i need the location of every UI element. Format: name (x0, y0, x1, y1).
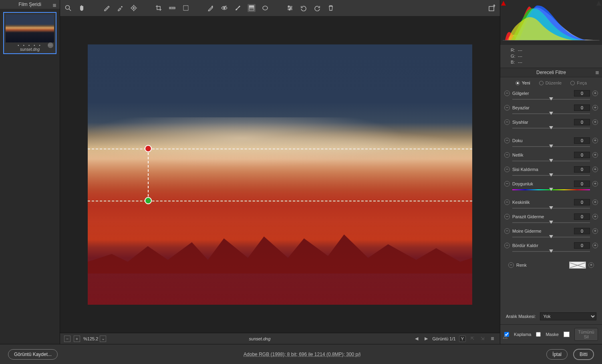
slider-netlik-plus[interactable]: + (592, 152, 598, 158)
slider-keskinlik-track[interactable] (512, 206, 590, 210)
slider-parazit-minus[interactable]: − (504, 214, 510, 219)
slider-netlik-track[interactable] (512, 159, 590, 163)
slider-bordur-value[interactable] (574, 242, 590, 249)
slider-keskinlik-value[interactable] (574, 199, 590, 205)
slider-keskinlik-minus[interactable]: − (504, 199, 510, 205)
crop-icon[interactable] (155, 4, 163, 12)
eyedropper-plus-icon[interactable] (116, 4, 124, 12)
target-adjust-icon[interactable] (130, 4, 138, 12)
slider-siyahlar-value[interactable] (574, 119, 590, 125)
slider-doku-plus[interactable]: + (592, 138, 598, 143)
mask-checkbox[interactable] (536, 332, 541, 337)
export-icon[interactable] (488, 4, 496, 12)
save-image-button[interactable]: Görüntü Kaydet... (8, 349, 58, 360)
slider-netlik-value[interactable] (574, 152, 590, 158)
rotate-cw-icon[interactable] (313, 4, 321, 12)
slider-beyazlar-track[interactable] (512, 112, 590, 116)
spot-heal-icon[interactable] (207, 4, 215, 12)
gradient-pin-end[interactable] (145, 197, 152, 204)
rotate-ccw-icon[interactable] (300, 4, 308, 12)
image-info[interactable]: Adobe RGB (1998); 8 bit; 696 ile 1214 (0… (63, 352, 541, 357)
color-plus[interactable]: + (588, 262, 594, 268)
gradient-connector[interactable] (148, 149, 149, 201)
histogram[interactable] (500, 0, 602, 45)
redeye-icon[interactable] (220, 4, 228, 12)
slider-golgeler-plus[interactable]: + (592, 90, 598, 96)
slider-sisi-track[interactable] (512, 173, 590, 177)
compare-toggle[interactable]: Y (459, 336, 466, 342)
slider-bordur-plus[interactable]: + (592, 243, 598, 248)
slider-doygunluk-plus[interactable]: + (592, 181, 598, 187)
slider-doygunluk-minus[interactable]: − (504, 181, 510, 187)
slider-keskinlik-plus[interactable]: + (592, 199, 598, 205)
straighten-icon[interactable] (168, 4, 176, 12)
slider-doygunluk-track[interactable] (512, 188, 590, 192)
slider-sisi-minus[interactable]: − (504, 167, 510, 172)
slider-sisi-value[interactable] (574, 166, 590, 173)
color-swatch[interactable] (569, 261, 586, 269)
slider-moire-value[interactable] (574, 228, 590, 234)
graduated-filter-icon[interactable] (248, 4, 256, 12)
mode-edit[interactable]: Düzenle (539, 80, 562, 85)
slider-doku-track[interactable] (512, 145, 590, 149)
zoom-tool-icon[interactable] (64, 4, 72, 12)
image-canvas[interactable] (88, 44, 472, 305)
filmstrip-menu-icon[interactable] (52, 2, 57, 6)
cancel-button[interactable]: İptal (546, 349, 568, 360)
slider-doygunluk-value[interactable] (574, 181, 590, 187)
slider-moire-minus[interactable]: − (504, 228, 510, 234)
panel-menu-icon[interactable] (595, 70, 600, 74)
canvas-area[interactable]: ⚠ (60, 16, 500, 333)
slider-golgeler-track[interactable] (512, 97, 590, 101)
slider-bordur-minus[interactable]: − (504, 243, 510, 248)
zoom-in-button[interactable]: + (74, 336, 80, 342)
slider-moire-track[interactable] (512, 235, 590, 239)
warning-icon[interactable]: ⚠ (503, 334, 508, 340)
brush-icon[interactable] (234, 4, 242, 12)
slider-beyazlar-minus[interactable]: − (504, 105, 510, 111)
transform-icon[interactable] (182, 4, 190, 12)
slider-parazit-track[interactable] (512, 221, 590, 225)
zoom-out-button[interactable]: − (64, 336, 70, 342)
slider-siyahlar-plus[interactable]: + (592, 119, 598, 125)
hand-tool-icon[interactable] (78, 4, 86, 12)
slider-parazit-value[interactable] (574, 213, 590, 220)
slider-siyahlar-track[interactable] (512, 126, 590, 130)
mask-color-swatch[interactable] (564, 332, 570, 337)
g-value: --- (518, 54, 522, 58)
color-minus[interactable]: − (508, 262, 514, 268)
footer-settings-icon[interactable]: ≣ (489, 336, 496, 341)
delete-all-button[interactable]: Tümünü Sil (574, 328, 598, 341)
eyedropper-icon[interactable] (103, 4, 111, 12)
slider-beyazlar-plus[interactable]: + (592, 105, 598, 111)
thumb-rating-dots[interactable]: ● ● ● ● ●⋯ (6, 42, 54, 47)
filmstrip-thumb[interactable]: ● ● ● ● ●⋯ sunset.dng (3, 12, 56, 54)
slider-golgeler-minus[interactable]: − (504, 90, 510, 96)
slider-siyahlar-minus[interactable]: − (504, 119, 510, 125)
presets-icon[interactable] (286, 4, 294, 12)
zoom-dropdown-icon[interactable]: ⌄ (100, 336, 106, 342)
mode-brush[interactable]: Fırça (570, 80, 587, 85)
prev-image-button[interactable]: ◀ (413, 336, 420, 341)
slider-bordur-track[interactable] (512, 249, 590, 253)
range-mask-select[interactable]: Yok (540, 312, 596, 320)
thumb-settings-badge[interactable]: ⋯ (48, 42, 53, 48)
slider-moire-plus[interactable]: + (592, 228, 598, 234)
slider-netlik-minus[interactable]: − (504, 152, 510, 158)
slider-sisi-plus[interactable]: + (592, 167, 598, 172)
zoom-level[interactable]: %125.2 ⌄ (83, 336, 106, 342)
mode-new[interactable]: Yeni (515, 80, 530, 85)
trash-icon[interactable] (327, 4, 335, 12)
footer-btn-2[interactable]: ⇲ (479, 336, 486, 341)
next-image-button[interactable]: ▶ (423, 336, 429, 341)
slider-golgeler-value[interactable] (574, 90, 590, 97)
g-label: G: (511, 53, 518, 59)
done-button[interactable]: Bitti (573, 349, 594, 360)
slider-doku-minus[interactable]: − (504, 138, 510, 143)
gradient-pin-start[interactable] (145, 145, 152, 152)
footer-btn-1[interactable]: ⇱ (469, 336, 476, 341)
slider-doku-value[interactable] (574, 137, 590, 144)
radial-filter-icon[interactable] (261, 4, 269, 12)
slider-beyazlar-value[interactable] (574, 105, 590, 111)
slider-parazit-plus[interactable]: + (592, 214, 598, 219)
